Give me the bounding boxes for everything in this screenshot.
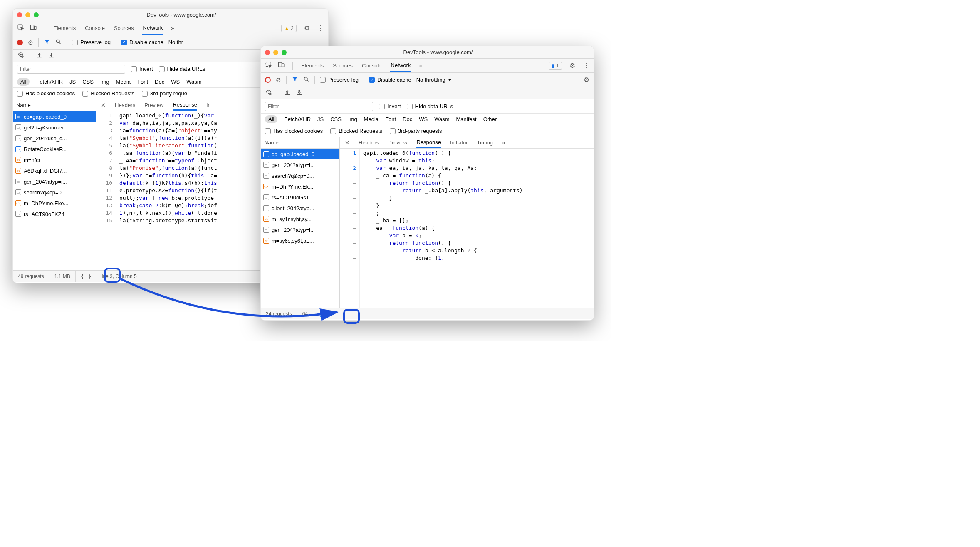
- request-row[interactable]: <>m=DhPYme,Ek...: [261, 181, 339, 192]
- throttling-dropdown[interactable]: No throttling ▾: [416, 77, 451, 83]
- filter-wasm[interactable]: Wasm: [434, 116, 449, 122]
- third-party-checkbox[interactable]: 3rd-party requests: [390, 128, 442, 134]
- invert-checkbox[interactable]: Invert: [379, 103, 401, 109]
- disable-cache-checkbox[interactable]: Disable cache: [121, 39, 163, 45]
- filter-doc[interactable]: Doc: [403, 116, 412, 122]
- throttling-dropdown[interactable]: No thr: [168, 39, 183, 45]
- preserve-log-checkbox[interactable]: Preserve log: [320, 77, 359, 83]
- filter-js[interactable]: JS: [69, 79, 76, 85]
- detail-tab-preview[interactable]: Preview: [144, 99, 163, 111]
- filter-other[interactable]: Other: [483, 116, 497, 122]
- filter-input[interactable]: [17, 65, 125, 74]
- download-har-icon[interactable]: [296, 90, 302, 97]
- tab-console[interactable]: Console: [361, 59, 383, 72]
- warnings-badge[interactable]: ▲2: [281, 25, 297, 32]
- tab-console[interactable]: Console: [84, 21, 106, 35]
- maximize-window-icon[interactable]: [282, 50, 287, 55]
- minimize-window-icon[interactable]: [273, 50, 278, 55]
- blocked-requests-checkbox[interactable]: Blocked Requests: [330, 128, 382, 134]
- request-row[interactable]: <>m=sy6s,sy6t,aL...: [261, 235, 339, 246]
- detail-tab-headers[interactable]: Headers: [115, 99, 135, 111]
- tab-network[interactable]: Network: [390, 59, 412, 72]
- upload-har-icon[interactable]: [36, 52, 42, 60]
- filter-fetch-xhr[interactable]: Fetch/XHR: [284, 116, 311, 122]
- download-har-icon[interactable]: [48, 52, 54, 60]
- filter-img[interactable]: Img: [100, 79, 109, 85]
- device-toggle-icon[interactable]: [30, 24, 37, 32]
- network-conditions-icon[interactable]: [265, 89, 272, 97]
- pretty-print-button[interactable]: { }: [76, 271, 97, 282]
- filter-js[interactable]: JS: [317, 116, 324, 122]
- search-icon[interactable]: [55, 39, 62, 46]
- hide-data-urls-checkbox[interactable]: Hide data URLs: [407, 103, 453, 109]
- tab-network[interactable]: Network: [142, 21, 164, 35]
- inspect-element-icon[interactable]: [265, 61, 272, 70]
- network-settings-icon[interactable]: ⚙: [584, 76, 589, 84]
- request-row[interactable]: <>m=DhPYme,Eke...: [13, 198, 96, 209]
- filter-all[interactable]: All: [265, 115, 277, 123]
- request-row[interactable]: ▭rs=ACT90oGsT...: [261, 192, 339, 203]
- has-blocked-cookies-checkbox[interactable]: Has blocked cookies: [265, 128, 323, 134]
- filter-media[interactable]: Media: [116, 79, 131, 85]
- filter-font[interactable]: Font: [137, 79, 148, 85]
- close-detail-icon[interactable]: ✕: [101, 102, 106, 108]
- filter-all[interactable]: All: [17, 78, 30, 86]
- settings-icon[interactable]: ⚙: [304, 24, 310, 32]
- code-body[interactable]: gapi.loaded_0(function(_) { var window =…: [360, 149, 523, 308]
- record-button-icon[interactable]: [17, 40, 23, 45]
- close-window-icon[interactable]: [265, 50, 270, 55]
- filter-icon[interactable]: [292, 76, 298, 84]
- request-row[interactable]: ▭cb=gapi.loaded_0: [261, 149, 339, 159]
- detail-tab-timing[interactable]: Timing: [477, 137, 493, 148]
- request-row[interactable]: <>m=hfcr: [13, 154, 96, 165]
- request-row[interactable]: ▭client_204?atyp...: [261, 203, 339, 214]
- filter-img[interactable]: Img: [348, 116, 357, 122]
- detail-tab-headers[interactable]: Headers: [359, 137, 379, 148]
- request-row[interactable]: ▭get?rt=j&sourcei...: [13, 122, 96, 133]
- filter-css[interactable]: CSS: [330, 116, 342, 122]
- detail-tab-initiator[interactable]: Initiator: [450, 137, 468, 148]
- detail-tab-response[interactable]: Response: [173, 99, 197, 111]
- tab-sources[interactable]: Sources: [332, 59, 354, 72]
- clear-icon[interactable]: ⊘: [28, 39, 33, 46]
- close-detail-icon[interactable]: ✕: [345, 139, 349, 146]
- record-button-icon[interactable]: [265, 77, 271, 83]
- request-row[interactable]: ▭gen_204?atyp=i...: [13, 176, 96, 187]
- clear-icon[interactable]: ⊘: [276, 76, 281, 84]
- hide-data-urls-checkbox[interactable]: Hide data URLs: [159, 66, 205, 72]
- filter-css[interactable]: CSS: [82, 79, 94, 85]
- request-row[interactable]: ▭search?q&cp=0...: [13, 187, 96, 198]
- filter-doc[interactable]: Doc: [155, 79, 164, 85]
- has-blocked-cookies-checkbox[interactable]: Has blocked cookies: [17, 90, 75, 97]
- filter-manifest[interactable]: Manifest: [456, 116, 476, 122]
- filter-icon[interactable]: [44, 38, 50, 46]
- request-row[interactable]: ▭gen_204?atyp=i...: [261, 159, 339, 170]
- settings-icon[interactable]: ⚙: [569, 62, 575, 70]
- request-row[interactable]: ▭rs=ACT90oFKZ4: [13, 209, 96, 219]
- third-party-checkbox[interactable]: 3rd-party reque: [142, 90, 187, 97]
- tab-elements[interactable]: Elements: [300, 59, 324, 72]
- request-row[interactable]: ▭gen_204?atyp=i...: [261, 224, 339, 235]
- search-icon[interactable]: [303, 76, 309, 84]
- messages-badge[interactable]: ▮1: [549, 62, 562, 70]
- request-row[interactable]: ▭RotateCookiesP...: [13, 144, 96, 154]
- minimize-window-icon[interactable]: [25, 12, 30, 17]
- request-row[interactable]: ▭gen_204?use_c...: [13, 133, 96, 144]
- more-menu-icon[interactable]: ⋮: [317, 24, 324, 32]
- filter-media[interactable]: Media: [364, 116, 379, 122]
- network-conditions-icon[interactable]: [17, 52, 24, 60]
- more-menu-icon[interactable]: ⋮: [583, 62, 589, 70]
- filter-input[interactable]: [265, 102, 373, 111]
- filter-ws[interactable]: WS: [171, 79, 180, 85]
- inspect-element-icon[interactable]: [17, 24, 25, 32]
- close-window-icon[interactable]: [17, 12, 22, 17]
- detail-tab-preview[interactable]: Preview: [388, 137, 407, 148]
- more-tabs-icon[interactable]: »: [419, 62, 422, 69]
- filter-wasm[interactable]: Wasm: [186, 79, 201, 85]
- request-row[interactable]: <>A6DkqFxHDGl7...: [13, 165, 96, 176]
- invert-checkbox[interactable]: Invert: [131, 66, 153, 72]
- pretty-print-button[interactable]: { }: [313, 308, 334, 319]
- code-body[interactable]: gapi.loaded_0(function(_){var var da,ha,…: [116, 111, 217, 270]
- tab-elements[interactable]: Elements: [52, 21, 77, 35]
- name-column-header[interactable]: Name: [13, 99, 96, 111]
